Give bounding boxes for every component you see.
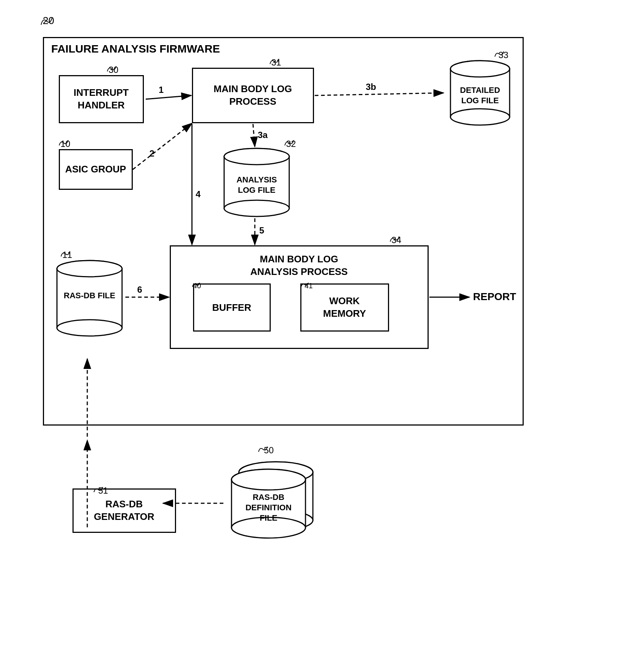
ref-33: 33 xyxy=(499,50,509,60)
analysis-process-title: MAIN BODY LOGANALYSIS PROCESS xyxy=(171,246,428,282)
svg-point-14 xyxy=(57,320,122,336)
svg-line-23 xyxy=(253,124,255,147)
work-memory-label: WORKMEMORY xyxy=(323,295,366,320)
svg-text:2: 2 xyxy=(149,148,154,158)
svg-line-25 xyxy=(315,93,443,95)
svg-text:3b: 3b xyxy=(366,82,376,92)
ref-41: 41 xyxy=(305,282,313,290)
ref-34: 34 xyxy=(392,235,402,245)
svg-text:ANALYSIS: ANALYSIS xyxy=(236,175,277,184)
interrupt-handler-box: INTERRUPTHANDLER xyxy=(59,75,144,123)
ref-11: 11 xyxy=(63,250,72,260)
ref-40: 40 xyxy=(193,282,201,290)
detailed-log-file-cylinder: DETAILED LOG FILE xyxy=(449,60,511,126)
svg-text:LOG FILE: LOG FILE xyxy=(461,96,499,105)
analysis-process-box: MAIN BODY LOGANALYSIS PROCESS BUFFER 40 … xyxy=(170,245,429,349)
svg-text:4: 4 xyxy=(196,189,201,199)
ref-30: 30 xyxy=(109,65,119,75)
asic-group-box: ASIC GROUP xyxy=(59,149,133,190)
below-arrows xyxy=(43,433,524,559)
buffer-box: BUFFER xyxy=(193,283,271,332)
diagram-wrapper: 20 FAILURE ANALYSIS FIRMWARE 30 INTERRUP… xyxy=(32,15,587,559)
svg-line-21 xyxy=(133,123,192,169)
firmware-title: FAILURE ANALYSIS FIRMWARE xyxy=(51,43,220,55)
svg-text:LOG FILE: LOG FILE xyxy=(238,185,275,195)
ref-31: 31 xyxy=(271,57,281,68)
svg-point-2 xyxy=(450,109,510,125)
svg-text:DETAILED: DETAILED xyxy=(460,85,500,95)
main-body-log-process-box: MAIN BODY LOGPROCESS xyxy=(192,68,314,123)
svg-text:REPORT: REPORT xyxy=(473,291,516,302)
below-section: 51 RAS-DBGENERATOR 50 xyxy=(43,433,524,559)
svg-point-8 xyxy=(224,200,289,216)
svg-line-19 xyxy=(146,95,191,99)
svg-text:5: 5 xyxy=(259,225,264,235)
svg-text:3a: 3a xyxy=(258,130,268,140)
asic-group-label: ASIC GROUP xyxy=(65,163,126,176)
svg-point-3 xyxy=(450,61,510,77)
svg-point-15 xyxy=(57,261,122,277)
interrupt-handler-label: INTERRUPTHANDLER xyxy=(74,87,129,112)
svg-text:1: 1 xyxy=(159,85,163,95)
svg-text:RAS-DB FILE: RAS-DB FILE xyxy=(64,291,115,300)
ref-10: 10 xyxy=(61,139,71,149)
svg-point-9 xyxy=(224,148,289,165)
main-body-log-process-label: MAIN BODY LOGPROCESS xyxy=(214,83,292,108)
analysis-log-file-cylinder: ANALYSIS LOG FILE xyxy=(222,147,292,218)
squiggle-20 xyxy=(39,16,54,27)
buffer-label: BUFFER xyxy=(212,302,251,313)
rasdb-up-arrow xyxy=(54,355,128,440)
rasdb-file-cylinder: RAS-DB FILE xyxy=(54,259,125,337)
svg-text:6: 6 xyxy=(137,285,142,295)
work-memory-box: WORKMEMORY xyxy=(300,283,389,332)
